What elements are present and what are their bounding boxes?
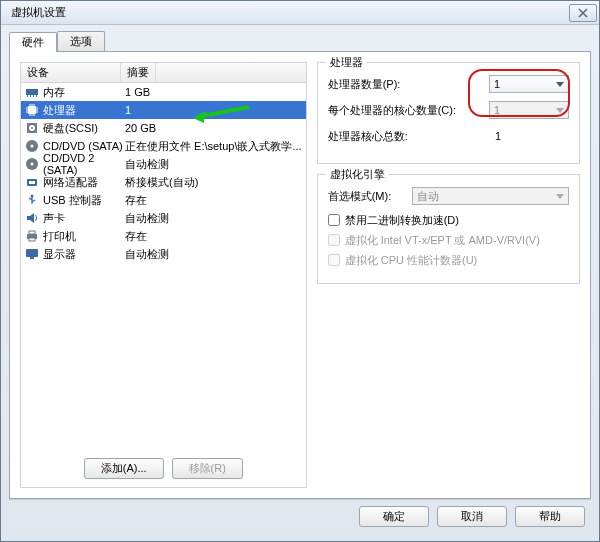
svg-rect-14 [29, 181, 35, 184]
device-name: 硬盘(SCSI) [43, 121, 98, 136]
svg-rect-5 [28, 106, 36, 114]
settings-column: 处理器 处理器数量(P): 1 每个处理器的核心数量(C): 1 处理器核心总数… [317, 62, 580, 488]
memory-icon [25, 85, 39, 99]
virtualization-group-title: 虚拟化引擎 [326, 167, 389, 182]
cd-icon [25, 157, 39, 171]
svg-rect-1 [27, 95, 28, 97]
display-icon [25, 247, 39, 261]
device-name: 处理器 [43, 103, 76, 118]
tab-options[interactable]: 选项 [57, 31, 105, 51]
device-name: 显示器 [43, 247, 76, 262]
client-area: 硬件 选项 设备 摘要 内存1 GB处理器1硬盘(SCSI)20 GBCD/DV… [1, 25, 599, 541]
device-summary: 桥接模式(自动) [125, 175, 302, 190]
help-button[interactable]: 帮助 [515, 506, 585, 527]
device-row-sound[interactable]: 声卡自动检测 [21, 209, 306, 227]
device-row-cpu[interactable]: 处理器1 [21, 101, 306, 119]
printer-icon [25, 229, 39, 243]
svg-point-8 [31, 127, 33, 129]
device-summary: 自动检测 [125, 211, 302, 226]
device-name: CD/DVD 2 (SATA) [43, 152, 125, 176]
device-row-printer[interactable]: 打印机存在 [21, 227, 306, 245]
device-buttons: 添加(A)... 移除(R) [21, 450, 306, 487]
device-list-frame: 设备 摘要 内存1 GB处理器1硬盘(SCSI)20 GBCD/DVD (SAT… [20, 62, 307, 488]
svg-rect-17 [29, 231, 35, 234]
add-device-button[interactable]: 添加(A)... [84, 458, 164, 479]
device-summary: 1 GB [125, 86, 302, 98]
tab-hardware[interactable]: 硬件 [9, 32, 57, 52]
device-summary: 1 [125, 104, 302, 116]
column-summary[interactable]: 摘要 [121, 63, 156, 82]
virtualize-vt-input [328, 234, 340, 246]
disable-binary-translation-checkbox[interactable]: 禁用二进制转换加速(D) [328, 211, 569, 229]
device-name: 打印机 [43, 229, 76, 244]
net-icon [25, 175, 39, 189]
device-name: CD/DVD (SATA) [43, 140, 123, 152]
cancel-button[interactable]: 取消 [437, 506, 507, 527]
device-summary: 存在 [125, 229, 302, 244]
svg-point-10 [31, 145, 34, 148]
preferred-mode-combo: 自动 [412, 187, 569, 205]
processor-count-combo[interactable]: 1 [489, 75, 569, 93]
tab-strip: 硬件 选项 [9, 31, 591, 51]
device-row-memory[interactable]: 内存1 GB [21, 83, 306, 101]
sound-icon [25, 211, 39, 225]
device-row-net[interactable]: 网络适配器桥接模式(自动) [21, 173, 306, 191]
svg-rect-19 [26, 249, 38, 257]
device-row-display[interactable]: 显示器自动检测 [21, 245, 306, 263]
disk-icon [25, 121, 39, 135]
virtualization-group: 虚拟化引擎 首选模式(M): 自动 禁用二进制转换加速(D) 虚拟化 Intel… [317, 174, 580, 284]
device-list[interactable]: 内存1 GB处理器1硬盘(SCSI)20 GBCD/DVD (SATA)正在使用… [21, 83, 306, 450]
device-name: 内存 [43, 85, 65, 100]
device-row-usb[interactable]: USB 控制器存在 [21, 191, 306, 209]
total-cores-value: 1 [489, 130, 569, 142]
device-name: USB 控制器 [43, 193, 102, 208]
device-row-disk[interactable]: 硬盘(SCSI)20 GB [21, 119, 306, 137]
device-summary: 自动检测 [125, 247, 302, 262]
dialog-buttons: 确定 取消 帮助 [9, 499, 591, 533]
column-device[interactable]: 设备 [21, 63, 121, 82]
cores-per-processor-combo: 1 [489, 101, 569, 119]
svg-point-12 [31, 163, 34, 166]
hardware-panel: 设备 摘要 内存1 GB处理器1硬盘(SCSI)20 GBCD/DVD (SAT… [9, 51, 591, 499]
svg-rect-4 [36, 95, 37, 97]
processor-count-label: 处理器数量(P): [328, 77, 483, 92]
ok-button[interactable]: 确定 [359, 506, 429, 527]
preferred-mode-label: 首选模式(M): [328, 189, 406, 204]
device-name: 声卡 [43, 211, 65, 226]
svg-rect-20 [30, 257, 34, 259]
vm-settings-window: 虚拟机设置 硬件 选项 设备 摘要 内存1 GB处理器1硬盘(SCSI)20 G… [0, 0, 600, 542]
cpu-icon [25, 103, 39, 117]
svg-rect-2 [30, 95, 31, 97]
device-row-cd[interactable]: CD/DVD 2 (SATA)自动检测 [21, 155, 306, 173]
device-list-header: 设备 摘要 [21, 63, 306, 83]
device-name: 网络适配器 [43, 175, 98, 190]
device-summary: 自动检测 [125, 157, 302, 172]
cd-icon [25, 139, 39, 153]
disable-binary-translation-input[interactable] [328, 214, 340, 226]
virtualize-cpu-counters-input [328, 254, 340, 266]
titlebar[interactable]: 虚拟机设置 [1, 1, 599, 25]
processors-group-title: 处理器 [326, 55, 367, 70]
device-summary: 存在 [125, 193, 302, 208]
total-cores-label: 处理器核心总数: [328, 129, 483, 144]
svg-rect-0 [26, 89, 38, 95]
cores-per-processor-label: 每个处理器的核心数量(C): [328, 103, 483, 118]
window-title: 虚拟机设置 [3, 5, 66, 20]
device-summary: 正在使用文件 E:\setup\嵌入式教学... [125, 139, 302, 154]
close-button[interactable] [569, 4, 597, 22]
svg-rect-3 [33, 95, 34, 97]
processors-group: 处理器 处理器数量(P): 1 每个处理器的核心数量(C): 1 处理器核心总数… [317, 62, 580, 164]
virtualize-vt-checkbox: 虚拟化 Intel VT-x/EPT 或 AMD-V/RVI(V) [328, 231, 569, 249]
virtualize-cpu-counters-checkbox: 虚拟化 CPU 性能计数器(U) [328, 251, 569, 269]
device-summary: 20 GB [125, 122, 302, 134]
remove-device-button: 移除(R) [172, 458, 243, 479]
usb-icon [25, 193, 39, 207]
svg-rect-18 [29, 238, 35, 241]
